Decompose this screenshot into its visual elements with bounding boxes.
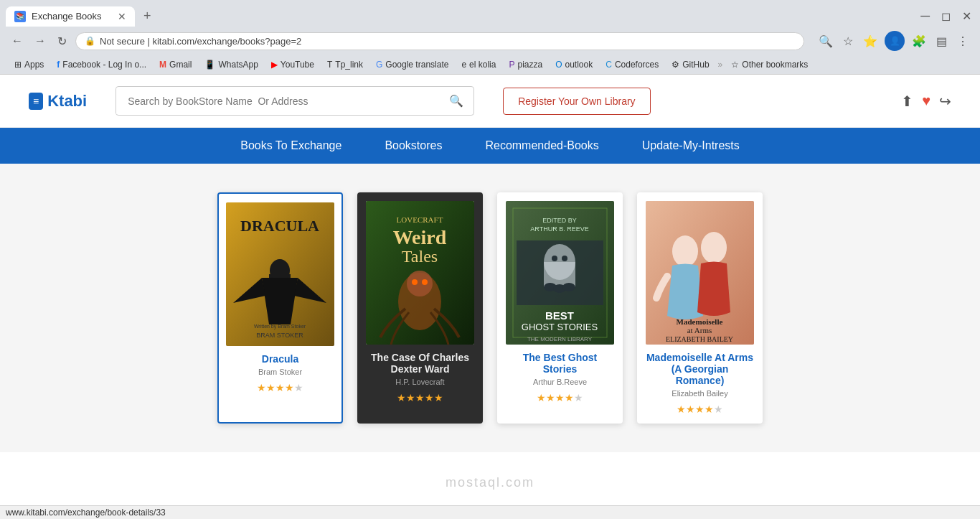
book-card-weird-tales[interactable]: LOVECRAFT Weird Tales The Case Of Cha (357, 192, 483, 424)
svg-point-15 (412, 279, 418, 285)
outlook-icon: O (555, 60, 562, 70)
svg-text:LOVECRAFT: LOVECRAFT (397, 215, 443, 224)
site-header: ≡ Ktabi 🔍 Register Your Own Library ⬆ ♥ … (0, 75, 980, 128)
bookmark-elkolia[interactable]: e el kolia (456, 58, 501, 71)
bookmark-google-translate[interactable]: G Google translate (370, 58, 454, 71)
svg-text:THE MODERN LIBRARY: THE MODERN LIBRARY (527, 336, 593, 342)
bookmark-piazza[interactable]: P piazza (503, 58, 548, 71)
upload-icon-button[interactable]: ⬆ (901, 93, 913, 110)
book-title-dracula: Dracula (262, 353, 298, 365)
bookmark-tplink[interactable]: T Tp_link (321, 58, 369, 71)
back-button[interactable]: ← (9, 32, 26, 50)
logout-icon-button[interactable]: ↪ (939, 93, 951, 110)
bookmark-facebook-label: Facebook - Log In o... (62, 60, 146, 70)
forward-button[interactable]: → (32, 32, 49, 50)
main-content: DRACULA BRAM STOKER Written by Bram Stok… (0, 164, 980, 452)
reload-button[interactable]: ↻ (55, 32, 70, 51)
logo-text: Ktabi (47, 92, 87, 111)
book-card-mademoiselle[interactable]: Mademoiselle at Arms ELIZABETH BAILEY Ma… (637, 192, 763, 424)
new-tab-button[interactable]: + (138, 6, 157, 27)
book-title-ghost-stories: The Best Ghost Stories (506, 352, 614, 375)
facebook-icon: f (57, 60, 60, 70)
tab-favicon: 📚 (14, 11, 26, 22)
search-button[interactable]: 🔍 (439, 87, 473, 115)
profile-icon[interactable]: 👤 (885, 31, 905, 51)
book-title-mademoiselle: Mademoiselle At Arms (A Georgian Romance… (646, 352, 754, 386)
book-cover-dracula: DRACULA BRAM STOKER Written by Bram Stok… (226, 202, 334, 346)
site-logo[interactable]: ≡ Ktabi (29, 92, 87, 111)
svg-point-27 (552, 256, 557, 261)
tab-close-button[interactable]: ✕ (118, 11, 126, 22)
nav-bookstores[interactable]: Bookstores (385, 139, 442, 152)
bookmark-elkolia-label: el kolia (469, 60, 496, 70)
bookmark-github[interactable]: ⚙ GitHub (666, 58, 715, 71)
security-icon: 🔒 (85, 36, 95, 46)
bookmark-other[interactable]: ☆ Other bookmarks (725, 58, 814, 71)
bookmark-youtube[interactable]: ▶ YouTube (265, 58, 320, 71)
status-url: www.kitabi.com/exchange/book-details/33 (6, 508, 166, 518)
svg-text:Written by Bram Stoker: Written by Bram Stoker (254, 324, 306, 329)
bookmark-other-label: Other bookmarks (742, 60, 808, 70)
bookmark-whatsapp[interactable]: 📱 WhatsApp (199, 58, 263, 71)
svg-point-28 (562, 256, 567, 261)
svg-text:EDITED BY: EDITED BY (542, 217, 577, 224)
upload-icon: ⬆ (901, 93, 913, 109)
maximize-button[interactable]: ◻ (938, 6, 953, 26)
logout-icon: ↪ (939, 93, 951, 109)
tplink-icon: T (327, 60, 332, 70)
address-bar-row: ← → ↻ 🔒 Not secure | kitabi.com/exchange… (0, 27, 980, 55)
bookmark-facebook[interactable]: f Facebook - Log In o... (51, 58, 152, 71)
bookmark-gmail[interactable]: M Gmail (154, 58, 197, 71)
logo-icon: ≡ (29, 93, 43, 110)
bookmark-piazza-label: piazza (517, 60, 542, 70)
svg-point-34 (701, 232, 727, 263)
heart-icon: ♥ (922, 93, 930, 108)
extension-icon[interactable]: 🧩 (909, 32, 929, 51)
piazza-icon: P (509, 60, 514, 70)
address-text: Not secure | kitabi.com/exchange/books?p… (100, 36, 795, 47)
apps-icon: ⊞ (14, 60, 22, 70)
bookmark-apps[interactable]: ⊞ Apps (9, 58, 50, 71)
register-library-button[interactable]: Register Your Own Library (503, 88, 650, 115)
search-icon-btn[interactable]: 🔍 (816, 32, 836, 51)
book-stars-ghost-stories: ★★★★★ (537, 392, 583, 403)
bookmark-codeforces[interactable]: C Codeforces (600, 58, 664, 71)
heart-icon-button[interactable]: ♥ (922, 93, 930, 109)
whatsapp-icon: 📱 (204, 60, 215, 70)
sidebar-icon[interactable]: ▤ (933, 32, 950, 51)
svg-text:Mademoiselle: Mademoiselle (677, 317, 723, 326)
bookmark-youtube-label: YouTube (281, 60, 314, 70)
menu-icon[interactable]: ⋮ (954, 32, 971, 51)
bookmarks-bar: ⊞ Apps f Facebook - Log In o... M Gmail … (0, 55, 980, 75)
svg-text:at Arms: at Arms (687, 326, 712, 335)
svg-text:ELIZABETH BAILEY: ELIZABETH BAILEY (666, 335, 733, 343)
book-card-dracula[interactable]: DRACULA BRAM STOKER Written by Bram Stok… (217, 192, 343, 424)
svg-text:ARTHUR B. REEVE: ARTHUR B. REEVE (530, 225, 588, 233)
minimize-button[interactable]: ─ (918, 6, 933, 27)
bookmark-divider: » (718, 60, 723, 70)
nav-update-my-interests[interactable]: Update-My-Intrests (642, 139, 740, 152)
nav-recommended-books[interactable]: Recommended-Books (485, 139, 598, 152)
active-tab[interactable]: 📚 Exchange Books ✕ (6, 6, 135, 27)
book-cover-ghost-stories: EDITED BY ARTHUR B. REEVE BEST GHOST STO… (506, 201, 614, 345)
svg-text:DRACULA: DRACULA (240, 217, 319, 235)
bookmark-apps-label: Apps (24, 60, 44, 70)
svg-text:BEST: BEST (545, 309, 574, 322)
bookmark-tplink-label: Tp_link (335, 60, 363, 70)
nav-books-to-exchange[interactable]: Books To Exchange (240, 139, 341, 152)
bookmark-google-translate-label: Google translate (385, 60, 448, 70)
book-stars-dracula: ★★★★★ (257, 382, 303, 393)
address-bar[interactable]: 🔒 Not secure | kitabi.com/exchange/books… (75, 32, 804, 50)
bookmark-outlook[interactable]: O outlook (550, 58, 598, 71)
github-icon: ⚙ (672, 60, 679, 70)
bookmark-whatsapp-label: WhatsApp (218, 60, 258, 70)
elkolia-icon: e (461, 60, 466, 70)
book-card-ghost-stories[interactable]: EDITED BY ARTHUR B. REEVE BEST GHOST STO… (497, 192, 623, 424)
bookmark-icon[interactable]: ⭐ (860, 32, 880, 51)
google-translate-icon: G (376, 60, 382, 70)
search-input[interactable] (116, 88, 439, 114)
bookmark-gmail-label: Gmail (169, 60, 192, 70)
svg-point-26 (562, 283, 575, 291)
star-icon[interactable]: ☆ (840, 32, 856, 51)
close-button[interactable]: ✕ (959, 6, 974, 26)
